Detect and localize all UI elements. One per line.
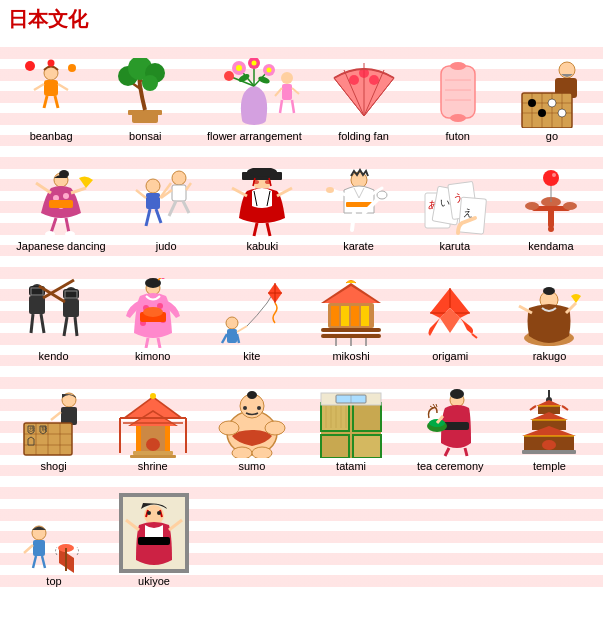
item-label: temple — [533, 460, 566, 472]
svg-rect-211 — [353, 435, 381, 458]
svg-point-120 — [548, 226, 554, 232]
svg-line-244 — [33, 556, 36, 568]
item-label: origami — [432, 350, 468, 362]
svg-line-83 — [186, 183, 191, 190]
svg-rect-163 — [321, 328, 381, 332]
svg-line-137 — [75, 317, 77, 336]
svg-rect-192 — [130, 455, 176, 458]
svg-point-8 — [48, 60, 55, 67]
svg-point-173 — [543, 287, 555, 295]
list-item: flower arrangement — [192, 53, 316, 142]
item-label: kendama — [528, 240, 573, 252]
item-label: top — [46, 575, 61, 587]
svg-rect-188 — [146, 438, 160, 451]
svg-line-154 — [237, 334, 239, 343]
svg-point-204 — [257, 406, 261, 410]
list-item: go — [505, 53, 599, 142]
svg-rect-127 — [29, 296, 45, 314]
page-title: 日本文化 — [0, 0, 603, 37]
item-label: judo — [156, 240, 177, 252]
svg-line-98 — [267, 223, 270, 236]
svg-point-201 — [219, 421, 239, 435]
svg-text:い: い — [440, 197, 450, 208]
list-item: tatami — [302, 383, 401, 472]
item-label: kendo — [39, 350, 69, 362]
svg-line-228 — [436, 404, 437, 407]
svg-rect-209 — [353, 403, 381, 431]
svg-rect-208 — [321, 403, 349, 431]
svg-point-65 — [63, 193, 69, 199]
svg-line-4 — [34, 84, 44, 90]
item-label: rakugo — [533, 350, 567, 362]
svg-point-58 — [528, 99, 536, 107]
svg-text:え: え — [463, 207, 473, 218]
svg-line-103 — [352, 213, 354, 230]
list-item: kendama — [503, 163, 599, 252]
svg-point-123 — [552, 173, 556, 177]
list-item: judo — [118, 163, 214, 252]
svg-point-72 — [45, 231, 55, 237]
svg-line-150 — [158, 338, 160, 348]
svg-point-21 — [236, 65, 242, 71]
svg-line-85 — [183, 201, 189, 213]
svg-point-25 — [267, 68, 272, 73]
svg-line-34 — [292, 88, 299, 94]
svg-rect-75 — [146, 193, 160, 209]
svg-point-200 — [247, 391, 257, 399]
svg-point-151 — [226, 317, 238, 329]
list-item: あ い う え karuta — [407, 163, 503, 252]
row-2: Japanese dancing judo — [0, 147, 603, 257]
list-item: temple — [500, 383, 599, 472]
list-item: karate — [310, 163, 406, 252]
list-item: futon — [411, 53, 505, 142]
svg-rect-161 — [351, 306, 359, 326]
svg-text:歩: 歩 — [29, 426, 35, 432]
list-item: bonsai — [98, 53, 192, 142]
svg-point-26 — [224, 71, 234, 81]
svg-point-252 — [147, 511, 151, 515]
svg-point-206 — [252, 447, 272, 458]
svg-point-45 — [450, 114, 466, 122]
svg-rect-152 — [227, 329, 237, 343]
svg-point-122 — [543, 170, 559, 186]
svg-line-170 — [472, 334, 477, 338]
svg-point-59 — [548, 99, 556, 107]
item-label: go — [546, 130, 558, 142]
svg-rect-191 — [133, 451, 173, 455]
svg-point-73 — [65, 231, 75, 237]
svg-rect-162 — [361, 306, 369, 326]
svg-rect-1 — [44, 80, 58, 96]
svg-line-129 — [31, 314, 33, 333]
svg-rect-10 — [128, 110, 162, 115]
list-item: kabuki — [214, 163, 310, 252]
item-label: kimono — [135, 350, 170, 362]
svg-line-79 — [156, 209, 161, 223]
svg-line-5 — [58, 84, 68, 90]
item-label: tea ceremony — [417, 460, 484, 472]
svg-line-178 — [51, 412, 61, 420]
item-label: tatami — [336, 460, 366, 472]
svg-point-205 — [232, 447, 252, 458]
item-label: shrine — [138, 460, 168, 472]
svg-line-33 — [275, 88, 282, 96]
svg-text:飛: 飛 — [41, 426, 47, 432]
item-label: shogi — [40, 460, 66, 472]
svg-rect-30 — [282, 84, 292, 100]
item-label: karate — [343, 240, 374, 252]
svg-line-84 — [169, 201, 176, 216]
svg-line-97 — [254, 223, 257, 236]
svg-point-119 — [563, 202, 577, 210]
row-5: top — [0, 477, 603, 592]
item-label: Japanese dancing — [16, 240, 105, 252]
list-item: mikoshi — [302, 273, 401, 362]
svg-point-221 — [450, 389, 464, 399]
list-item: shrine — [103, 383, 202, 472]
svg-rect-160 — [341, 306, 349, 326]
list-item: rakugo — [500, 273, 599, 362]
svg-line-243 — [24, 545, 33, 553]
svg-rect-134 — [63, 299, 79, 317]
svg-point-6 — [25, 61, 35, 71]
ukiyoe-image — [119, 493, 189, 573]
svg-line-245 — [42, 556, 45, 568]
svg-line-155 — [237, 326, 247, 332]
